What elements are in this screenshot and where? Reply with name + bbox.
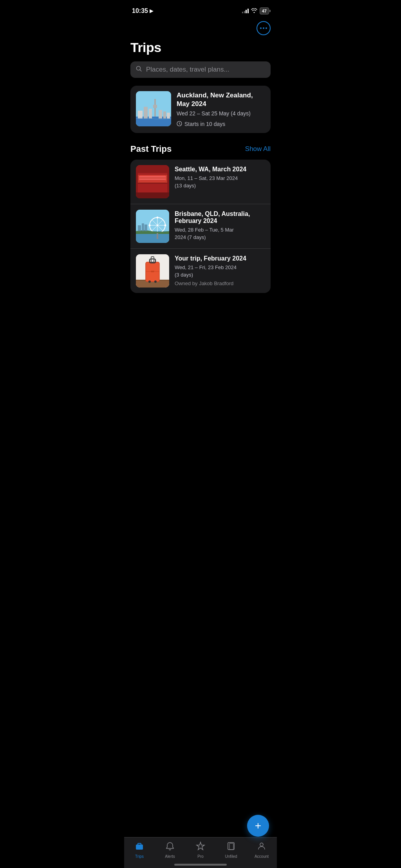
- brisbane-thumbnail: [136, 210, 169, 243]
- past-trip-info: Brisbane, QLD, Australia, February 2024 …: [175, 210, 265, 241]
- past-trip-title: Brisbane, QLD, Australia, February 2024: [175, 210, 265, 225]
- svg-rect-7: [153, 105, 157, 108]
- battery-icon: 47: [260, 7, 269, 14]
- past-trips-title: Past Trips: [130, 144, 172, 154]
- past-trip-dates: Mon, 11 – Sat, 23 Mar 2024(13 days): [175, 174, 265, 190]
- list-item[interactable]: Your trip, February 2024 Wed, 21 – Fri, …: [130, 249, 271, 293]
- svg-rect-15: [139, 176, 166, 178]
- upcoming-trip-card[interactable]: Auckland, New Zealand, May 2024 Wed 22 –…: [130, 86, 271, 133]
- yourtrip-thumbnail: [136, 254, 169, 288]
- svg-point-29: [149, 224, 151, 226]
- svg-point-43: [148, 280, 151, 283]
- svg-rect-3: [138, 111, 143, 119]
- svg-point-30: [164, 224, 166, 226]
- wifi-icon: [251, 8, 257, 14]
- status-bar: 10:35 ▶ 47: [124, 0, 277, 20]
- status-time: 10:35 ▶: [132, 7, 153, 14]
- list-item[interactable]: Brisbane, QLD, Australia, February 2024 …: [130, 204, 271, 249]
- auckland-thumbnail: [136, 91, 171, 126]
- seattle-thumbnail: [136, 165, 169, 198]
- upcoming-trip-title: Auckland, New Zealand, May 2024: [177, 91, 265, 108]
- svg-rect-5: [149, 109, 152, 119]
- svg-rect-33: [142, 223, 144, 231]
- upcoming-trip-dates: Wed 22 – Sat 25 May (4 days): [177, 110, 265, 118]
- search-placeholder: Places, dates, travel plans...: [146, 66, 229, 74]
- past-trip-title: Your trip, February 2024: [175, 255, 265, 262]
- svg-rect-4: [144, 107, 148, 119]
- svg-rect-10: [167, 113, 170, 119]
- past-trips-list: Seattle, WA, March 2024 Mon, 11 – Sat, 2…: [130, 160, 271, 293]
- past-trip-title: Seattle, WA, March 2024: [175, 166, 265, 173]
- svg-point-44: [154, 280, 157, 283]
- location-arrow-icon: ▶: [150, 8, 153, 14]
- past-trip-info: Seattle, WA, March 2024 Mon, 11 – Sat, 2…: [175, 165, 265, 190]
- status-icons: 47: [242, 7, 269, 14]
- svg-rect-32: [138, 225, 141, 231]
- svg-rect-18: [136, 192, 169, 198]
- past-trip-dates: Wed, 21 – Fri, 23 Feb 2024(3 days): [175, 264, 265, 279]
- svg-point-27: [157, 216, 159, 218]
- svg-rect-31: [157, 233, 158, 239]
- more-options-button[interactable]: [256, 21, 271, 35]
- signal-icon: [242, 9, 249, 13]
- svg-rect-42: [151, 271, 154, 272]
- svg-rect-8: [159, 110, 162, 119]
- past-trip-owner: Owned by Jakob Bradford: [175, 280, 265, 286]
- past-trips-header: Past Trips Show All: [124, 144, 277, 160]
- more-btn-container: [124, 20, 277, 38]
- more-dots-icon: [260, 27, 267, 29]
- clock-icon: [177, 121, 182, 128]
- svg-rect-34: [145, 225, 147, 231]
- search-icon: [136, 66, 142, 74]
- upcoming-trip-status: Starts in 10 days: [177, 121, 265, 128]
- upcoming-trip-info: Auckland, New Zealand, May 2024 Wed 22 –…: [177, 91, 265, 128]
- svg-rect-16: [139, 178, 166, 180]
- past-trip-info: Your trip, February 2024 Wed, 21 – Fri, …: [175, 254, 265, 286]
- search-bar[interactable]: Places, dates, travel plans...: [130, 61, 271, 78]
- page-title: Trips: [124, 38, 277, 61]
- svg-rect-9: [163, 111, 166, 119]
- show-all-button[interactable]: Show All: [245, 145, 271, 153]
- past-trip-dates: Wed, 28 Feb – Tue, 5 Mar2024 (7 days): [175, 226, 265, 241]
- list-item[interactable]: Seattle, WA, March 2024 Mon, 11 – Sat, 2…: [130, 160, 271, 204]
